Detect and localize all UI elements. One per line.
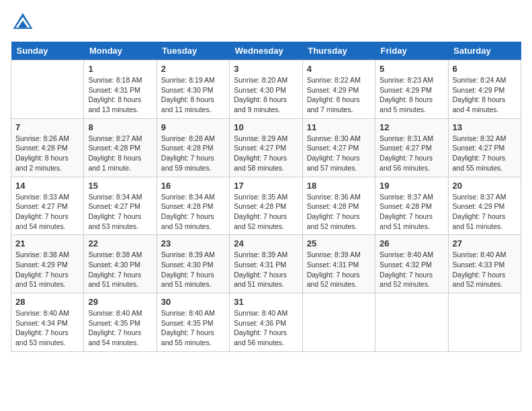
cell-sun-info: Sunrise: 8:29 AMSunset: 4:27 PMDaylight:… (234, 134, 298, 173)
day-number: 25 (307, 238, 371, 248)
calendar-cell: 25Sunrise: 8:39 AMSunset: 4:31 PMDayligh… (302, 235, 375, 293)
day-number: 4 (307, 64, 371, 74)
day-number: 19 (380, 181, 443, 191)
cell-sun-info: Sunrise: 8:40 AMSunset: 4:36 PMDaylight:… (234, 308, 298, 348)
calendar-cell: 31Sunrise: 8:40 AMSunset: 4:36 PMDayligh… (230, 293, 302, 352)
calendar-week-row: 1Sunrise: 8:18 AMSunset: 4:31 PMDaylight… (11, 60, 521, 119)
cell-sun-info: Sunrise: 8:19 AMSunset: 4:30 PMDaylight:… (161, 75, 225, 115)
calendar-cell: 16Sunrise: 8:34 AMSunset: 4:28 PMDayligh… (157, 177, 229, 235)
day-number: 12 (380, 122, 443, 132)
day-number: 28 (15, 297, 79, 307)
calendar-cell: 28Sunrise: 8:40 AMSunset: 4:34 PMDayligh… (11, 293, 84, 352)
day-number: 26 (380, 238, 443, 248)
calendar-table: SundayMondayTuesdayWednesdayThursdayFrid… (11, 42, 521, 352)
calendar-cell: 1Sunrise: 8:18 AMSunset: 4:31 PMDaylight… (84, 60, 157, 119)
day-number: 23 (161, 238, 225, 248)
calendar-cell: 8Sunrise: 8:27 AMSunset: 4:28 PMDaylight… (84, 118, 157, 177)
calendar-cell: 14Sunrise: 8:33 AMSunset: 4:27 PMDayligh… (11, 177, 84, 235)
day-number: 30 (161, 297, 225, 307)
column-header-friday: Friday (375, 42, 448, 60)
calendar-cell: 7Sunrise: 8:26 AMSunset: 4:28 PMDaylight… (11, 118, 84, 177)
cell-sun-info: Sunrise: 8:26 AMSunset: 4:28 PMDaylight:… (15, 134, 79, 173)
day-number: 13 (453, 122, 517, 132)
cell-sun-info: Sunrise: 8:39 AMSunset: 4:30 PMDaylight:… (161, 250, 225, 289)
calendar-cell: 23Sunrise: 8:39 AMSunset: 4:30 PMDayligh… (157, 235, 229, 293)
cell-sun-info: Sunrise: 8:38 AMSunset: 4:29 PMDaylight:… (15, 250, 79, 289)
calendar-cell: 19Sunrise: 8:37 AMSunset: 4:28 PMDayligh… (375, 177, 448, 235)
cell-sun-info: Sunrise: 8:27 AMSunset: 4:28 PMDaylight:… (88, 134, 152, 173)
day-number: 15 (88, 181, 152, 191)
day-number: 10 (234, 122, 298, 132)
day-number: 31 (234, 297, 298, 307)
calendar-cell: 6Sunrise: 8:24 AMSunset: 4:29 PMDaylight… (448, 60, 521, 119)
cell-sun-info: Sunrise: 8:36 AMSunset: 4:28 PMDaylight:… (307, 192, 371, 232)
day-number: 1 (88, 64, 152, 74)
calendar-cell (375, 293, 448, 352)
calendar-cell: 9Sunrise: 8:28 AMSunset: 4:28 PMDaylight… (157, 118, 229, 177)
calendar-cell (448, 293, 521, 352)
cell-sun-info: Sunrise: 8:35 AMSunset: 4:28 PMDaylight:… (234, 192, 298, 232)
column-header-thursday: Thursday (302, 42, 375, 60)
cell-sun-info: Sunrise: 8:23 AMSunset: 4:29 PMDaylight:… (380, 75, 443, 115)
column-header-monday: Monday (84, 42, 157, 60)
cell-sun-info: Sunrise: 8:34 AMSunset: 4:28 PMDaylight:… (161, 192, 225, 232)
column-header-wednesday: Wednesday (230, 42, 302, 60)
cell-sun-info: Sunrise: 8:31 AMSunset: 4:27 PMDaylight:… (380, 134, 443, 173)
day-number: 21 (15, 238, 79, 248)
day-number: 6 (453, 64, 517, 74)
cell-sun-info: Sunrise: 8:34 AMSunset: 4:27 PMDaylight:… (88, 192, 152, 232)
cell-sun-info: Sunrise: 8:18 AMSunset: 4:31 PMDaylight:… (88, 75, 152, 115)
day-number: 18 (307, 181, 371, 191)
calendar-cell: 20Sunrise: 8:37 AMSunset: 4:29 PMDayligh… (448, 177, 521, 235)
cell-sun-info: Sunrise: 8:37 AMSunset: 4:28 PMDaylight:… (380, 192, 443, 232)
calendar-cell: 29Sunrise: 8:40 AMSunset: 4:35 PMDayligh… (84, 293, 157, 352)
cell-sun-info: Sunrise: 8:38 AMSunset: 4:30 PMDaylight:… (88, 250, 152, 289)
calendar-cell: 13Sunrise: 8:32 AMSunset: 4:27 PMDayligh… (448, 118, 521, 177)
day-number: 9 (161, 122, 225, 132)
calendar-cell: 15Sunrise: 8:34 AMSunset: 4:27 PMDayligh… (84, 177, 157, 235)
column-header-sunday: Sunday (11, 42, 84, 60)
calendar-cell (11, 60, 84, 119)
calendar-cell: 18Sunrise: 8:36 AMSunset: 4:28 PMDayligh… (302, 177, 375, 235)
cell-sun-info: Sunrise: 8:28 AMSunset: 4:28 PMDaylight:… (161, 134, 225, 173)
day-number: 27 (453, 238, 517, 248)
calendar-cell: 12Sunrise: 8:31 AMSunset: 4:27 PMDayligh… (375, 118, 448, 177)
logo-icon (11, 11, 35, 35)
calendar-cell: 21Sunrise: 8:38 AMSunset: 4:29 PMDayligh… (11, 235, 84, 293)
day-number: 24 (234, 238, 298, 248)
cell-sun-info: Sunrise: 8:24 AMSunset: 4:29 PMDaylight:… (453, 75, 517, 115)
calendar-cell: 10Sunrise: 8:29 AMSunset: 4:27 PMDayligh… (230, 118, 302, 177)
cell-sun-info: Sunrise: 8:30 AMSunset: 4:27 PMDaylight:… (307, 134, 371, 173)
calendar-week-row: 28Sunrise: 8:40 AMSunset: 4:34 PMDayligh… (11, 293, 521, 352)
day-number: 22 (88, 238, 152, 248)
day-number: 3 (234, 64, 298, 74)
calendar-cell: 5Sunrise: 8:23 AMSunset: 4:29 PMDaylight… (375, 60, 448, 119)
day-number: 20 (453, 181, 517, 191)
calendar-cell: 27Sunrise: 8:40 AMSunset: 4:33 PMDayligh… (448, 235, 521, 293)
column-header-saturday: Saturday (448, 42, 521, 60)
cell-sun-info: Sunrise: 8:33 AMSunset: 4:27 PMDaylight:… (15, 192, 79, 232)
day-number: 8 (88, 122, 152, 132)
column-header-tuesday: Tuesday (157, 42, 229, 60)
calendar-week-row: 21Sunrise: 8:38 AMSunset: 4:29 PMDayligh… (11, 235, 521, 293)
calendar-cell: 11Sunrise: 8:30 AMSunset: 4:27 PMDayligh… (302, 118, 375, 177)
cell-sun-info: Sunrise: 8:20 AMSunset: 4:30 PMDaylight:… (234, 75, 298, 115)
calendar-cell: 17Sunrise: 8:35 AMSunset: 4:28 PMDayligh… (230, 177, 302, 235)
cell-sun-info: Sunrise: 8:22 AMSunset: 4:29 PMDaylight:… (307, 75, 371, 115)
calendar-cell: 3Sunrise: 8:20 AMSunset: 4:30 PMDaylight… (230, 60, 302, 119)
calendar-cell (302, 293, 375, 352)
day-number: 7 (15, 122, 79, 132)
cell-sun-info: Sunrise: 8:40 AMSunset: 4:34 PMDaylight:… (15, 308, 79, 348)
day-number: 5 (380, 64, 443, 74)
cell-sun-info: Sunrise: 8:40 AMSunset: 4:35 PMDaylight:… (161, 308, 225, 348)
calendar-cell: 4Sunrise: 8:22 AMSunset: 4:29 PMDaylight… (302, 60, 375, 119)
day-number: 29 (88, 297, 152, 307)
cell-sun-info: Sunrise: 8:37 AMSunset: 4:29 PMDaylight:… (453, 192, 517, 232)
calendar-week-row: 7Sunrise: 8:26 AMSunset: 4:28 PMDaylight… (11, 118, 521, 177)
logo (11, 11, 38, 35)
day-number: 17 (234, 181, 298, 191)
page-header (11, 11, 521, 35)
calendar-cell: 2Sunrise: 8:19 AMSunset: 4:30 PMDaylight… (157, 60, 229, 119)
day-number: 16 (161, 181, 225, 191)
calendar-week-row: 14Sunrise: 8:33 AMSunset: 4:27 PMDayligh… (11, 177, 521, 235)
